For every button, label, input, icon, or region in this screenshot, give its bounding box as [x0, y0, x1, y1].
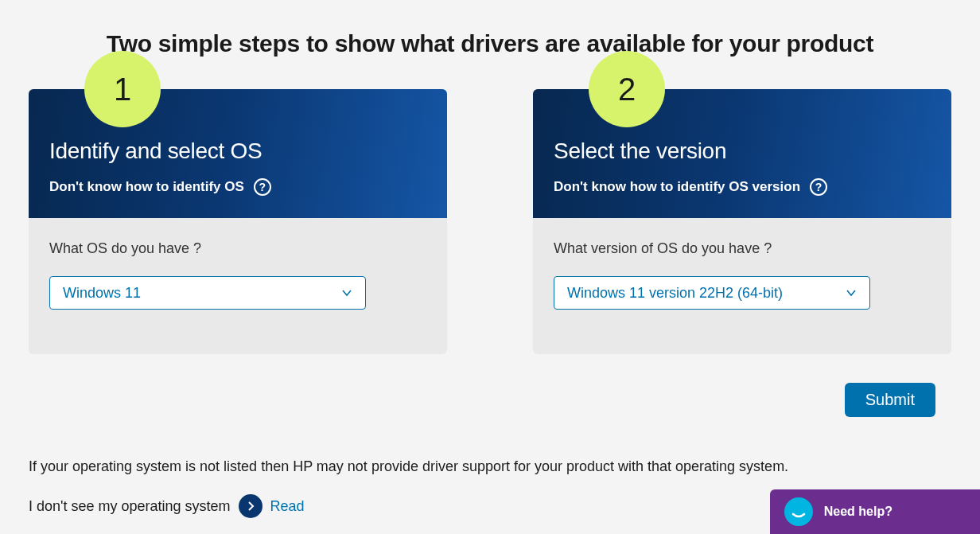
- help-icon[interactable]: ?: [254, 178, 271, 196]
- card-title-1: Identify and select OS: [49, 138, 426, 164]
- step-card-1: 1 Identify and select OS Don't know how …: [29, 89, 447, 354]
- step-badge-1: 1: [84, 51, 161, 127]
- os-select-value: Windows 11: [63, 285, 141, 302]
- info-text: If your operating system is not listed t…: [29, 458, 951, 475]
- version-select-value: Windows 11 version 22H2 (64-bit): [567, 285, 783, 302]
- read-label: I don't see my operating system: [29, 498, 231, 515]
- help-line-2[interactable]: Don't know how to identify OS version ?: [554, 178, 931, 196]
- chevron-down-icon: [341, 287, 352, 298]
- help-line-1[interactable]: Don't know how to identify OS ?: [49, 178, 426, 196]
- chat-widget[interactable]: Need help?: [770, 489, 980, 534]
- question-2: What version of OS do you have ?: [554, 240, 931, 257]
- card-body-1: What OS do you have ? Windows 11: [29, 218, 447, 354]
- submit-row: Submit: [0, 354, 980, 417]
- chevron-right-icon[interactable]: [239, 494, 262, 518]
- chat-label: Need help?: [824, 505, 892, 519]
- version-select[interactable]: Windows 11 version 22H2 (64-bit): [554, 276, 870, 310]
- chat-avatar-icon: [784, 497, 813, 526]
- help-icon[interactable]: ?: [810, 178, 827, 196]
- os-select[interactable]: Windows 11: [49, 276, 366, 310]
- step-badge-2: 2: [589, 51, 665, 127]
- steps-row: 1 Identify and select OS Don't know how …: [0, 89, 980, 354]
- help-text-1: Don't know how to identify OS: [49, 179, 244, 195]
- read-link[interactable]: Read: [270, 498, 305, 515]
- card-body-2: What version of OS do you have ? Windows…: [533, 218, 951, 354]
- help-text-2: Don't know how to identify OS version: [554, 179, 800, 195]
- submit-button[interactable]: Submit: [845, 383, 935, 417]
- card-title-2: Select the version: [554, 138, 931, 164]
- question-1: What OS do you have ?: [49, 240, 426, 257]
- step-card-2: 2 Select the version Don't know how to i…: [533, 89, 951, 354]
- chevron-down-icon: [846, 287, 857, 298]
